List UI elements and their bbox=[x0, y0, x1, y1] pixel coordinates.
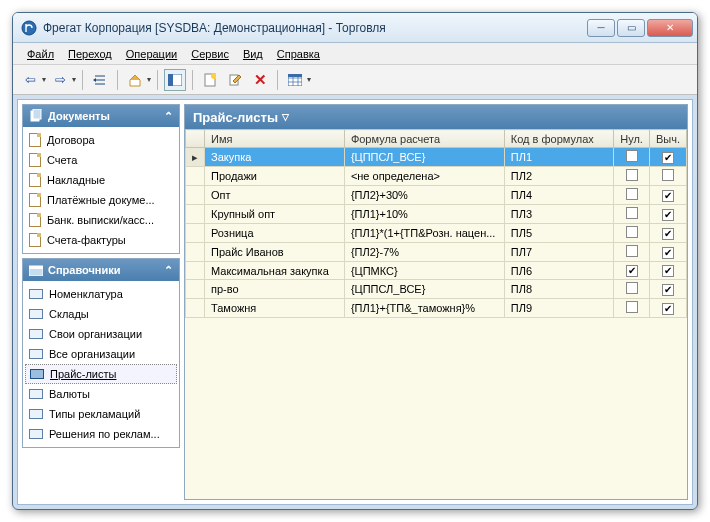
sidebar-doc-item[interactable]: Договора bbox=[25, 130, 177, 150]
cell-code[interactable]: ПЛ7 bbox=[504, 243, 613, 262]
cell-calc[interactable]: ✔ bbox=[649, 224, 686, 243]
cell-name[interactable]: пр-во bbox=[205, 280, 345, 299]
table-row[interactable]: Опт{ПЛ2}+30%ПЛ4✔ bbox=[186, 186, 687, 205]
collapse-icon[interactable]: ⌃ bbox=[164, 110, 173, 123]
col-calc[interactable]: Выч. bbox=[649, 130, 686, 148]
checkbox[interactable] bbox=[626, 188, 638, 200]
grid-drop-icon[interactable]: ▾ bbox=[307, 75, 311, 84]
menu-goto[interactable]: Переход bbox=[62, 46, 118, 62]
checkbox[interactable] bbox=[626, 245, 638, 257]
table-row[interactable]: Розница{ПЛ1}*(1+{ТП&Розн. нацен...ПЛ5✔ bbox=[186, 224, 687, 243]
table-row[interactable]: Таможня{ПЛ1}+{ТП&_таможня}%ПЛ9✔ bbox=[186, 299, 687, 318]
back-button[interactable]: ⇦ bbox=[19, 69, 41, 91]
cell-calc[interactable]: ✔ bbox=[649, 205, 686, 224]
cell-formula[interactable]: {ПЛ2}+30% bbox=[344, 186, 504, 205]
checkbox[interactable] bbox=[626, 226, 638, 238]
cell-name[interactable]: Опт bbox=[205, 186, 345, 205]
sidebar-ref-item[interactable]: Типы рекламаций bbox=[25, 404, 177, 424]
menu-ops[interactable]: Операции bbox=[120, 46, 183, 62]
checkbox[interactable]: ✔ bbox=[662, 247, 674, 259]
cell-formula[interactable]: {ПЛ1}*(1+{ТП&Розн. нацен... bbox=[344, 224, 504, 243]
sidebar-doc-item[interactable]: Платёжные докуме... bbox=[25, 190, 177, 210]
cell-nul[interactable] bbox=[614, 205, 650, 224]
home-drop-icon[interactable]: ▾ bbox=[147, 75, 151, 84]
checkbox[interactable]: ✔ bbox=[662, 209, 674, 221]
sidebar-ref-item[interactable]: Прайс-листы bbox=[25, 364, 177, 384]
cell-name[interactable]: Розница bbox=[205, 224, 345, 243]
checkbox[interactable] bbox=[626, 282, 638, 294]
cell-nul[interactable] bbox=[614, 299, 650, 318]
col-formula[interactable]: Формула расчета bbox=[344, 130, 504, 148]
cell-calc[interactable] bbox=[649, 167, 686, 186]
table-row[interactable]: Продажи<не определена>ПЛ2 bbox=[186, 167, 687, 186]
cell-calc[interactable]: ✔ bbox=[649, 299, 686, 318]
close-button[interactable]: ✕ bbox=[647, 19, 693, 37]
cell-formula[interactable]: {ПЛ1}+{ТП&_таможня}% bbox=[344, 299, 504, 318]
back-drop-icon[interactable]: ▾ bbox=[42, 75, 46, 84]
cell-formula[interactable]: {ЦППСЛ_ВСЕ} bbox=[344, 148, 504, 167]
sidebar-doc-item[interactable]: Счета-фактуры bbox=[25, 230, 177, 250]
cell-name[interactable]: Продажи bbox=[205, 167, 345, 186]
cell-code[interactable]: ПЛ5 bbox=[504, 224, 613, 243]
panel-toggle-button[interactable] bbox=[164, 69, 186, 91]
col-nul[interactable]: Нул. bbox=[614, 130, 650, 148]
home-button[interactable] bbox=[124, 69, 146, 91]
cell-code[interactable]: ПЛ8 bbox=[504, 280, 613, 299]
grid[interactable]: Имя Формула расчета Код в формулах Нул. … bbox=[185, 129, 687, 499]
cell-code[interactable]: ПЛ9 bbox=[504, 299, 613, 318]
table-row[interactable]: ▸Закупка{ЦППСЛ_ВСЕ}ПЛ1✔ bbox=[186, 148, 687, 167]
dropdown-icon[interactable]: ▽ bbox=[282, 112, 289, 122]
maximize-button[interactable]: ▭ bbox=[617, 19, 645, 37]
cell-name[interactable]: Закупка bbox=[205, 148, 345, 167]
cell-nul[interactable]: ✔ bbox=[614, 262, 650, 280]
cell-nul[interactable] bbox=[614, 186, 650, 205]
cell-nul[interactable] bbox=[614, 280, 650, 299]
checkbox[interactable]: ✔ bbox=[626, 265, 638, 277]
cell-name[interactable]: Максимальная закупка bbox=[205, 262, 345, 280]
checkbox[interactable]: ✔ bbox=[662, 228, 674, 240]
cell-code[interactable]: ПЛ1 bbox=[504, 148, 613, 167]
sidebar-doc-item[interactable]: Счета bbox=[25, 150, 177, 170]
cell-nul[interactable] bbox=[614, 243, 650, 262]
cell-formula[interactable]: {ЦППСЛ_ВСЕ} bbox=[344, 280, 504, 299]
delete-button[interactable]: ✕ bbox=[249, 69, 271, 91]
edit-button[interactable] bbox=[224, 69, 246, 91]
cell-formula[interactable]: {ПЛ1}+10% bbox=[344, 205, 504, 224]
table-row[interactable]: пр-во{ЦППСЛ_ВСЕ}ПЛ8✔ bbox=[186, 280, 687, 299]
cell-formula[interactable]: <не определена> bbox=[344, 167, 504, 186]
forward-drop-icon[interactable]: ▾ bbox=[72, 75, 76, 84]
cell-nul[interactable] bbox=[614, 148, 650, 167]
table-row[interactable]: Прайс Иванов{ПЛ2}-7%ПЛ7✔ bbox=[186, 243, 687, 262]
sidebar-ref-item[interactable]: Свои организации bbox=[25, 324, 177, 344]
checkbox[interactable] bbox=[626, 207, 638, 219]
sidebar-ref-item[interactable]: Решения по реклам... bbox=[25, 424, 177, 444]
sidebar-ref-item[interactable]: Все организации bbox=[25, 344, 177, 364]
new-doc-button[interactable] bbox=[199, 69, 221, 91]
col-rowhead[interactable] bbox=[186, 130, 205, 148]
cell-calc[interactable]: ✔ bbox=[649, 262, 686, 280]
checkbox[interactable] bbox=[626, 150, 638, 162]
grid-button[interactable] bbox=[284, 69, 306, 91]
sidebar-ref-item[interactable]: Валюты bbox=[25, 384, 177, 404]
cell-name[interactable]: Крупный опт bbox=[205, 205, 345, 224]
indent-button[interactable] bbox=[89, 69, 111, 91]
cell-name[interactable]: Прайс Иванов bbox=[205, 243, 345, 262]
cell-code[interactable]: ПЛ2 bbox=[504, 167, 613, 186]
panel-documents-header[interactable]: Документы ⌃ bbox=[23, 105, 179, 127]
table-row[interactable]: Максимальная закупка{ЦПМКС}ПЛ6✔✔ bbox=[186, 262, 687, 280]
checkbox[interactable]: ✔ bbox=[662, 303, 674, 315]
titlebar[interactable]: Фрегат Корпорация [SYSDBA: Демонстрацион… bbox=[13, 13, 697, 43]
col-code[interactable]: Код в формулах bbox=[504, 130, 613, 148]
forward-button[interactable]: ⇨ bbox=[49, 69, 71, 91]
menu-view[interactable]: Вид bbox=[237, 46, 269, 62]
cell-calc[interactable]: ✔ bbox=[649, 280, 686, 299]
collapse-icon[interactable]: ⌃ bbox=[164, 264, 173, 277]
cell-code[interactable]: ПЛ4 bbox=[504, 186, 613, 205]
minimize-button[interactable]: ─ bbox=[587, 19, 615, 37]
checkbox[interactable]: ✔ bbox=[662, 152, 674, 164]
checkbox[interactable]: ✔ bbox=[662, 265, 674, 277]
cell-nul[interactable] bbox=[614, 224, 650, 243]
cell-code[interactable]: ПЛ6 bbox=[504, 262, 613, 280]
menu-help[interactable]: Справка bbox=[271, 46, 326, 62]
checkbox[interactable]: ✔ bbox=[662, 284, 674, 296]
